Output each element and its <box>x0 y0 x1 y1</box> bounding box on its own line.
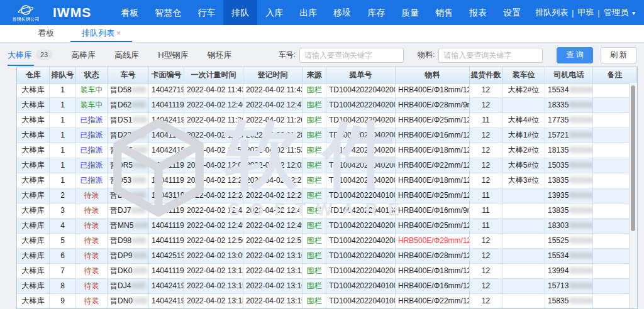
page-tab-1[interactable]: 排队列表× <box>68 25 135 42</box>
column-header-13[interactable]: 备注 <box>593 67 637 83</box>
table-row[interactable]: 大棒库5待装晋D9888B140411192022-04-02 12:50202… <box>17 234 630 249</box>
redacted-plate-blur: 88B <box>132 266 147 275</box>
redacted-phone-blur: 988888 <box>569 85 593 94</box>
table-row[interactable]: 大棒库2待装晋D4388B140431192022-04-02 12:24202… <box>17 188 630 203</box>
cell-queue-no: 1 <box>50 113 76 128</box>
cell-weigh-time: 2022-04-02 12:46 <box>184 98 243 113</box>
vehicle-search-input[interactable] <box>299 48 404 63</box>
cell-note <box>593 234 630 249</box>
page-tab-0[interactable]: 看板 <box>24 25 68 42</box>
warehouse-tab-0[interactable]: 大棒库23 <box>8 50 52 61</box>
page-tab-label: 看板 <box>38 28 54 38</box>
cell-material: HRB400E/Φ28mm/12m <box>396 249 470 264</box>
nav-item-7[interactable]: 库存 <box>359 0 393 25</box>
table-row[interactable]: 大棒库1已指派晋DS188B140424192022-04-02 11:2620… <box>17 113 630 128</box>
cell-weigh-time: 2022-04-02 12:24 <box>184 188 243 203</box>
column-header-4[interactable]: 卡面编号 <box>149 67 184 83</box>
cell-qty: 12 <box>470 234 502 249</box>
cell-source: 围栏 <box>303 128 326 143</box>
redacted-phone-blur: 988888 <box>569 206 593 215</box>
nav-item-1[interactable]: 智慧仓 <box>147 0 189 25</box>
column-header-7[interactable]: 来源 <box>303 67 326 83</box>
cell-plate: 晋DS188B <box>108 113 149 128</box>
cell-phone: 18335988888 <box>545 98 593 113</box>
cell-warehouse: 大棒库 <box>17 113 50 128</box>
cell-phone: 15713988888 <box>545 279 593 294</box>
nav-item-0[interactable]: 看板 <box>113 0 147 25</box>
table-row[interactable]: 大棒库7待装晋DK088B140411192022-04-02 13:11202… <box>17 264 630 279</box>
nav-item-2[interactable]: 行车 <box>189 0 223 25</box>
column-header-1[interactable]: 排队号 <box>50 67 76 83</box>
cell-reg-time: 2022-04-02 12:49 <box>243 219 303 234</box>
cell-queue-no: 8 <box>50 279 76 294</box>
cell-material: HRB400E/Φ18mm/12m <box>396 264 470 279</box>
column-header-10[interactable]: 提货件数 <box>470 67 502 83</box>
cell-phone: 15835988888 <box>545 294 593 309</box>
nav-item-3[interactable]: 排队 <box>223 0 257 25</box>
nav-item-4[interactable]: 入库 <box>257 0 291 25</box>
warehouse-tab-label: 高棒库 <box>71 50 96 60</box>
cell-source: 围栏 <box>303 113 326 128</box>
nav-item-11[interactable]: 设置 <box>495 0 529 25</box>
redacted-phone-blur: 988888 <box>569 266 593 275</box>
close-tab-icon[interactable]: × <box>116 29 121 38</box>
table-row[interactable]: 大棒库4待装晋MN588B140411192022-04-02 12:49202… <box>17 219 630 234</box>
cell-bill-no: TD10042022040200005320 <box>326 234 396 249</box>
column-header-2[interactable]: 状态 <box>76 67 108 83</box>
cell-phone: 15721988888 <box>545 128 593 143</box>
cell-plate: 晋DN588B <box>108 143 149 158</box>
nav-item-5[interactable]: 出库 <box>291 0 325 25</box>
cell-weigh-time: 2022-04-02 11:28 <box>184 128 243 143</box>
column-header-6[interactable]: 登记时间 <box>243 67 303 83</box>
column-header-8[interactable]: 提单号 <box>326 67 396 83</box>
refresh-button[interactable]: 刷 新 <box>601 47 636 63</box>
nav-item-9[interactable]: 销售 <box>427 0 461 25</box>
scrollbar-thumb[interactable] <box>631 85 635 231</box>
table-row[interactable]: 大棒库1装车中晋D5888B140427192022-04-02 11:4320… <box>17 83 630 98</box>
table-row[interactable]: 大棒库1已指派晋DR588B140411192022-04-02 12:0220… <box>17 158 630 173</box>
table-row[interactable]: 大棒库6待装晋DP988B140425192022-04-02 13:09202… <box>17 249 630 264</box>
table-row[interactable]: 大棒库1装车中晋D6288B140411192022-04-02 12:4620… <box>17 98 630 113</box>
cell-warehouse: 大棒库 <box>17 249 50 264</box>
vertical-scrollbar[interactable] <box>629 83 637 308</box>
warehouse-tab-3[interactable]: H型钢库 <box>158 50 188 61</box>
cell-phone: 18135988888 <box>545 143 593 158</box>
warehouse-tab-1[interactable]: 高棒库 <box>71 50 96 61</box>
column-header-5[interactable]: 一次计量时间 <box>184 67 243 83</box>
table-row[interactable]: 大棒库1已指派晋DN588B140424192022-04-02 11:5320… <box>17 143 630 158</box>
cell-note <box>593 98 630 113</box>
table-row[interactable]: 大棒库9待装晋DN088B140424192022-04-02 13:18202… <box>17 294 630 309</box>
material-label: 物料: <box>418 50 435 60</box>
column-header-3[interactable]: 车号 <box>108 67 149 83</box>
column-header-9[interactable]: 物料 <box>396 67 470 83</box>
column-header-12[interactable]: 司机电话 <box>545 67 593 83</box>
warehouse-tab-4[interactable]: 钢坯库 <box>208 50 232 61</box>
nav-item-10[interactable]: 报表 <box>461 0 495 25</box>
cell-bill-no: TD10042022040200005319 <box>326 158 396 173</box>
table-row[interactable]: 大棒库3待装晋DJ788B140411192022-04-02 12:41202… <box>17 203 630 219</box>
cell-bill-no: TD10042022040200005319 <box>326 128 396 143</box>
search-button[interactable]: 查 询 <box>557 47 592 63</box>
warehouse-tab-2[interactable]: 高线库 <box>114 50 139 61</box>
grid-header-row: 仓库排队号状态车号卡面编号一次计量时间登记时间来源提单号物料提货件数装车位司机电… <box>17 67 637 84</box>
column-header-11[interactable]: 装车位 <box>502 67 545 83</box>
user-area[interactable]: 排队列表|甲班|管理员▾ <box>535 7 635 18</box>
nav-item-8[interactable]: 质量 <box>393 0 427 25</box>
table-row[interactable]: 大棒库1已指派晋D2388B140411192022-04-02 11:2820… <box>17 128 630 143</box>
app-title: IWMS <box>53 5 91 20</box>
table-row[interactable]: 大棒库8待装晋DJ488B140424192022-04-02 13:15202… <box>17 279 630 294</box>
cell-phone: 15534988888 <box>545 83 593 98</box>
redacted-phone-blur: 988888 <box>569 131 593 139</box>
cell-slot <box>502 98 545 113</box>
redacted-plate-blur: 88B <box>133 221 148 230</box>
nav-item-6[interactable]: 移垛 <box>325 0 359 25</box>
user-link-2[interactable]: 管理员 <box>604 7 628 18</box>
column-header-0[interactable]: 仓库 <box>17 67 50 83</box>
cell-slot <box>502 219 545 234</box>
material-search-input[interactable] <box>438 48 543 63</box>
table-row[interactable]: 大棒库1已指派晋D5388B140411192022-04-02 12:2120… <box>17 173 630 188</box>
user-link-1[interactable]: 甲班 <box>578 7 594 18</box>
cell-card-no: 14042519 <box>149 249 184 264</box>
user-link-0[interactable]: 排队列表 <box>535 7 568 18</box>
redacted-plate-blur: 88B <box>131 281 146 290</box>
